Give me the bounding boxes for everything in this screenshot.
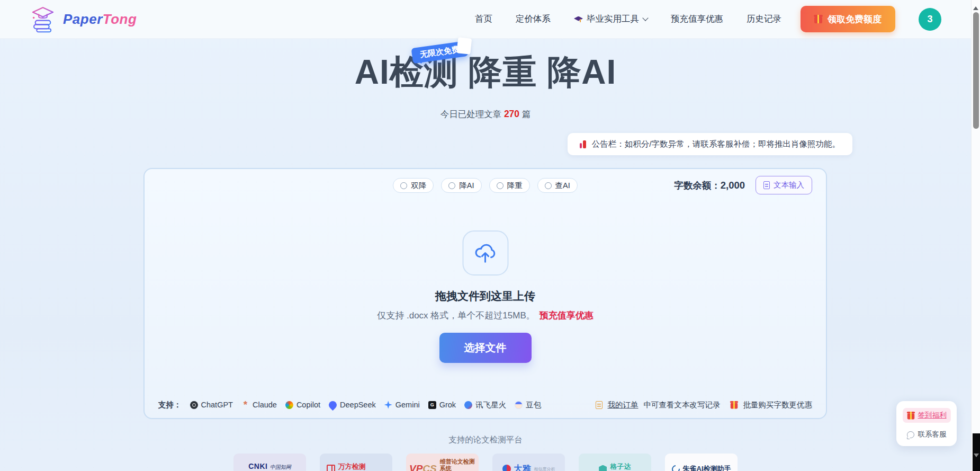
orders-clipboard-icon [596,401,603,409]
nav-item-recharge-discount[interactable]: 预充值享优惠 [671,13,723,25]
brand-logo[interactable]: PaperTong [29,5,137,33]
dropzone-title: 拖拽文件到这里上传 [145,289,826,304]
avatar[interactable]: 3 [919,8,941,31]
scrollbar-thumb[interactable] [973,12,979,129]
gemini-icon [384,401,392,409]
vpcs-name: 维普论文检测系统 [440,458,475,471]
cnki-cn-text: 中国知网 [270,464,291,470]
model-label: Gemini [395,401,420,409]
balance-label: 字数余额： [674,180,721,191]
gift-icon [907,413,914,419]
text-input-button[interactable]: 文本输入 [756,176,812,194]
model-label: 豆包 [526,400,541,410]
stats-count: 270 [504,109,519,119]
upload-card: 双降 降AI 降重 查AI 字数余额：2,000 文本输入 拖拽文件到这里上传 … [143,168,827,419]
navbar: PaperTong 首页 定价体系 毕业实用工具 预充值享优惠 历史记录 领取免… [0,0,971,39]
choose-file-button[interactable]: 选择文件 [439,333,532,363]
nav-item-label: 毕业实用工具 [587,13,639,25]
announcement-text: 公告栏：如积分/字数异常，请联系客服补偿；即将推出肖像照功能。 [592,139,840,150]
scrollbar[interactable] [971,0,980,471]
dropzone-hint: 仅支持 .docx 格式，单个不超过15MB。预充值享优惠 [145,309,826,322]
wanfang-name: 万方检测 [338,463,386,471]
tab-double-reduce[interactable]: 双降 [393,178,434,193]
recharge-promo-link[interactable]: 预充值享优惠 [540,310,594,321]
model-label: Grok [439,401,456,409]
platforms-row: CNKI 中国知网 www.cnki.net 万方检测 WF SIMILARIT… [0,454,971,471]
word-balance: 字数余额：2,000 [674,179,745,192]
balance-value: 2,000 [721,180,745,191]
platform-vip-check: VPCS 维普论文检测系统 VIP PAPER CHECK SYSTEM [406,454,479,471]
model-gemini: Gemini [384,401,420,409]
daya-subtitle: 相似度分析 [534,466,555,471]
supported-models: 支持： ChatGPT *Claude Copilot DeepSeek Gem… [158,400,541,410]
gift-icon [814,17,822,23]
daya-name: 大雅 [514,464,531,471]
my-orders-link[interactable]: 我的订单 [608,400,639,410]
checkin-rewards-button[interactable]: 签到福利 [903,408,951,423]
scroll-down-arrow-icon[interactable] [974,454,979,460]
avatar-count: 3 [927,14,932,25]
badge-label: 无限次免费 [419,45,460,59]
nav-item-pricing[interactable]: 定价体系 [516,13,551,25]
bottom-right-dark-strip [973,433,980,471]
doubao-icon [515,401,523,409]
grok-icon: G [428,401,436,409]
nav-item-label: 预充值享优惠 [671,13,723,25]
nav-item-graduation-tools[interactable]: 毕业实用工具 [574,13,648,25]
claim-free-quota-button[interactable]: 领取免费额度 [801,6,895,32]
model-doubao: 豆包 [515,400,541,410]
copilot-icon [285,401,293,409]
card-footer: 支持： ChatGPT *Claude Copilot DeepSeek Gem… [158,397,812,413]
logo-books-cap-icon [29,5,57,33]
nav-item-home[interactable]: 首页 [475,13,492,25]
checkin-label: 签到福利 [918,411,947,420]
stats-suffix: 篇 [522,109,531,119]
contact-label: 联系客服 [918,430,947,439]
upload-dropzone-icon-box[interactable] [462,230,508,276]
deepseek-icon [327,399,338,410]
text-input-label: 文本输入 [774,180,804,190]
nav-item-label: 历史记录 [747,13,781,25]
daya-icon [502,465,511,471]
tab-check-ai[interactable]: 查AI [537,178,578,193]
brand-name: PaperTong [63,11,137,28]
bulk-purchase-hint: 批量购买字数更优惠 [743,400,813,410]
support-label: 支持： [158,400,182,410]
card-header-right: 字数余额：2,000 文本输入 [674,176,812,194]
announcement-bar: 公告栏：如积分/字数异常，请联系客服补偿；即将推出肖像照功能。 [568,133,852,155]
model-chatgpt: ChatGPT [190,401,233,409]
platform-cnki: CNKI 中国知网 www.cnki.net [233,454,306,471]
nav-links: 首页 定价体系 毕业实用工具 预充值享优惠 历史记录 [475,13,781,25]
scroll-up-arrow-icon[interactable] [973,4,978,10]
chatgpt-icon [190,401,198,409]
radio-icon [400,182,407,189]
gezida-name: 格子达 [610,463,631,471]
model-copilot: Copilot [285,401,320,409]
graduation-cap-icon [574,16,583,22]
chevron-down-icon [642,15,648,21]
tab-label: 降重 [507,181,523,191]
contact-support-button[interactable]: 联系客服 [907,430,947,439]
model-label: 讯飞星火 [475,400,506,410]
radio-icon [497,182,504,189]
chat-bubble-icon [907,431,914,438]
xunfei-spark-icon [464,401,472,409]
tab-label: 查AI [555,181,570,191]
claim-button-label: 领取免费额度 [828,13,882,25]
model-label: ChatGPT [201,401,233,409]
radio-icon [545,182,552,189]
processed-count-line: 今日已处理文章 270 篇 [0,109,971,120]
tab-label: 降AI [459,181,474,191]
brand-name-secondary: Tong [103,11,137,27]
nav-item-label: 首页 [475,13,492,25]
tab-reduce-ai[interactable]: 降AI [441,178,481,193]
model-claude: *Claude [241,401,277,409]
gezida-icon [599,465,607,471]
nav-item-label: 定价体系 [516,13,551,25]
claude-icon: * [241,401,249,409]
page-title: AI检测 降重 降AI [0,47,971,97]
nav-item-history[interactable]: 历史记录 [747,13,781,25]
tab-reduce-duplicate[interactable]: 降重 [489,178,530,193]
platform-zhuque: 朱雀AI检测助手 [665,454,738,471]
model-label: Claude [253,401,277,409]
